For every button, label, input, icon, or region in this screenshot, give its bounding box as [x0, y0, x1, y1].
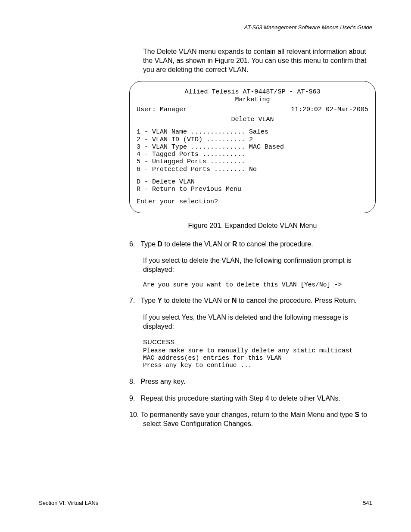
terminal-action-d: D - Delete VLAN: [137, 178, 368, 186]
terminal-action-r: R - Return to Previous Menu: [137, 186, 368, 193]
step-number: 7.: [129, 297, 135, 304]
terminal-title-line1: Allied Telesis AT-9448T/SP - AT-S63: [137, 88, 368, 96]
terminal-item-6: 6 - Protected Ports ........ No: [137, 166, 368, 173]
step-8: 8. Press any key.: [129, 377, 376, 386]
intro-paragraph: The Delete VLAN menu expands to contain …: [143, 47, 376, 74]
terminal-title-line2: Marketing: [137, 96, 368, 103]
terminal-timestamp: 11:20:02 02-Mar-2005: [291, 106, 368, 113]
step-text: Press any key.: [141, 378, 186, 385]
terminal-user-row: User: Manager 11:20:02 02-Mar-2005: [137, 106, 368, 113]
terminal-menu-title: Delete VLAN: [137, 116, 368, 123]
step-10: 10. To permanently save your changes, re…: [129, 411, 376, 429]
step-7: 7. Type Y to delete the VLAN or N to can…: [129, 296, 376, 369]
step-text: To permanently save your changes, return…: [140, 411, 355, 418]
terminal-window: Allied Telesis AT-9448T/SP - AT-S63 Mark…: [129, 81, 376, 213]
step-key-r: R: [232, 240, 237, 248]
header-guide-title: AT-S63 Management Software Menus User's …: [244, 24, 372, 31]
step-code: Please make sure to manually delete any …: [143, 347, 376, 370]
step-number: 8.: [129, 378, 135, 385]
step-number: 10.: [129, 411, 139, 418]
footer: Section VI: Virtual LANs 541: [39, 500, 372, 506]
step-text: to cancel the procedure. Press Return.: [237, 297, 357, 304]
step-text: to delete the VLAN or: [162, 297, 232, 304]
step-key-y: Y: [158, 297, 162, 304]
step-success: SUCCESS: [143, 338, 376, 346]
terminal-item-2: 2 - VLAN ID (VID) .......... 2: [137, 136, 368, 143]
terminal-item-1: 1 - VLAN Name .............. Sales: [137, 128, 368, 136]
step-text: Repeat this procedure starting with Step…: [141, 395, 340, 402]
terminal-item-3: 3 - VLAN Type .............. MAC Based: [137, 143, 368, 151]
step-text: Type: [140, 297, 157, 304]
step-6: 6. Type D to delete the VLAN or R to can…: [129, 240, 376, 289]
steps-list: 6. Type D to delete the VLAN or R to can…: [129, 240, 376, 429]
step-key-n: N: [232, 297, 237, 304]
step-text: Type: [140, 240, 157, 248]
content-area: The Delete VLAN menu expands to contain …: [129, 47, 376, 436]
step-sub: If you select Yes, the VLAN is deleted a…: [143, 313, 376, 331]
step-sub: If you select to delete the VLAN, the fo…: [143, 256, 376, 274]
page: AT-S63 Management Software Menus User's …: [0, 0, 411, 532]
terminal-item-4: 4 - Tagged Ports ...........: [137, 151, 368, 158]
step-text: to delete the VLAN or: [162, 240, 232, 248]
footer-section: Section VI: Virtual LANs: [39, 500, 99, 506]
terminal-item-5: 5 - Untagged Ports .........: [137, 158, 368, 165]
terminal-user: User: Manager: [137, 106, 187, 113]
footer-page-number: 541: [363, 500, 372, 506]
figure-caption: Figure 201. Expanded Delete VLAN Menu: [129, 222, 376, 230]
step-code: Are you sure you want to delete this VLA…: [143, 281, 376, 289]
step-number: 9.: [129, 395, 135, 402]
step-text: to cancel the procedure.: [237, 240, 313, 248]
step-key-d: D: [158, 240, 163, 248]
step-key-s: S: [355, 411, 360, 418]
step-9: 9. Repeat this procedure starting with S…: [129, 394, 376, 403]
terminal-prompt: Enter your selection?: [137, 198, 368, 205]
step-number: 6.: [129, 240, 135, 248]
